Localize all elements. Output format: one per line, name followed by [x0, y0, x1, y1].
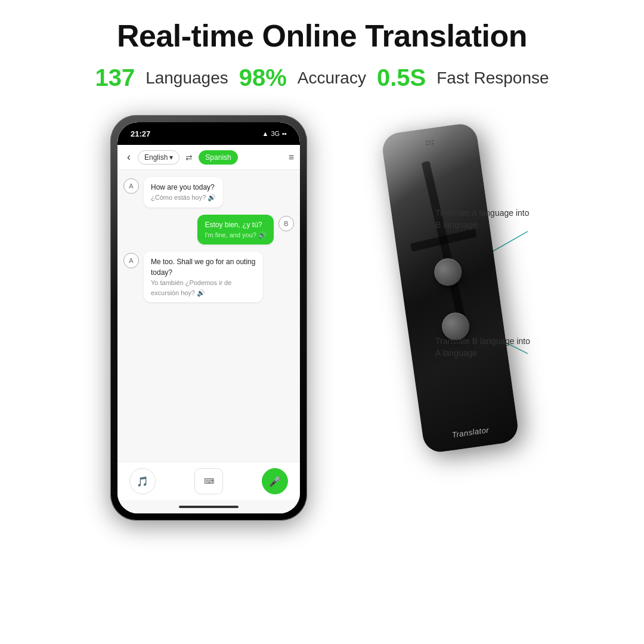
annotation-b-text: Translate B language into A language: [435, 336, 534, 359]
lang-a-button[interactable]: English ▾: [138, 150, 179, 165]
back-button[interactable]: ‹: [123, 150, 134, 165]
cross-horizontal: [410, 228, 477, 252]
chat-message-3: A Me too. Shall we go for an outing toda…: [123, 252, 294, 302]
avatar-a2: A: [123, 253, 139, 268]
device-label: Translator: [451, 425, 490, 439]
stat-response-number: 0.5S: [377, 64, 426, 91]
status-icons: ▲ 3G ▪▪: [262, 130, 287, 137]
phone-notch: [170, 122, 247, 139]
content-row: 21:27 ▲ 3G ▪▪ ‹ English ▾: [24, 115, 620, 632]
phone-wrapper: 21:27 ▲ 3G ▪▪ ‹ English ▾: [110, 115, 307, 521]
msg-2-translation: I'm fine, and you? 🔊: [205, 230, 267, 240]
annotation-a: Translate A language into B language: [435, 208, 534, 231]
mic-dot: [426, 144, 428, 145]
phone-status-bar: 21:27 ▲ 3G ▪▪: [117, 122, 300, 145]
mic-dot: [432, 143, 434, 144]
lang-a-label: English: [144, 153, 168, 162]
phone-inner: 21:27 ▲ 3G ▪▪ ‹ English ▾: [117, 122, 300, 513]
waveform-right-button[interactable]: 🎤: [262, 468, 288, 494]
mic-dot: [429, 140, 431, 142]
keyboard-icon: ⌨: [204, 477, 214, 485]
device-cross-reflection: [399, 156, 487, 324]
lang-b-label: Spanish: [205, 153, 231, 162]
msg-1-translation: ¿Cómo estás hoy? 🔊: [151, 193, 216, 203]
wifi-icon: ▲: [262, 130, 269, 137]
mic-dot: [429, 143, 431, 145]
bubble-3: Me too. Shall we go for an outing today?…: [144, 252, 263, 302]
page-title: Real-time Online Translation: [117, 18, 527, 54]
dropdown-icon: ▾: [169, 153, 173, 162]
battery-icon: ▪▪: [282, 130, 287, 137]
sound-icon-2: 🔊: [258, 231, 267, 239]
mic-dot: [426, 141, 428, 143]
chat-area: A How are you today? ¿Cómo estás hoy? 🔊 …: [117, 170, 300, 462]
stat-languages-label: Languages: [145, 69, 228, 88]
device-section: Translator Translate A language into B l…: [343, 115, 534, 449]
mic-dot: [432, 140, 434, 142]
stat-accuracy-number: 98%: [239, 64, 287, 91]
avatar-a: A: [123, 178, 139, 194]
sound-icon-3: 🔊: [197, 289, 205, 296]
signal-icon: 3G: [271, 130, 280, 137]
app-bar: ‹ English ▾ ⇄ Spanish ≡: [117, 145, 300, 170]
waveform-left-button[interactable]: 🎵: [129, 468, 156, 494]
waveform-left-icon: 🎵: [137, 476, 148, 487]
phone-bottom-bar: 🎵 ⌨ 🎤: [117, 462, 300, 500]
home-indicator: [117, 500, 300, 513]
stat-accuracy-label: Accuracy: [298, 69, 366, 88]
stats-row: 137 Languages 98% Accuracy 0.5S Fast Res…: [95, 64, 549, 91]
home-bar: [179, 506, 239, 508]
annotation-b: Translate B language into A language: [435, 336, 534, 359]
msg-2-text: Estoy bien, ¿y tú?: [205, 219, 267, 230]
stat-languages-number: 137: [95, 64, 135, 91]
device-mic: [426, 140, 434, 146]
msg-3-translation: Yo también ¿Podemos ir de excursión hoy?…: [151, 278, 256, 298]
keyboard-button[interactable]: ⌨: [194, 468, 223, 494]
status-time: 21:27: [131, 129, 150, 138]
page-container: Real-time Online Translation 137 Languag…: [0, 0, 644, 644]
lang-b-button[interactable]: Spanish: [199, 150, 237, 165]
chat-message-1: A How are you today? ¿Cómo estás hoy? 🔊: [123, 177, 294, 208]
swap-button[interactable]: ⇄: [183, 150, 195, 165]
bubble-2: Estoy bien, ¿y tú? I'm fine, and you? 🔊: [197, 215, 274, 245]
bubble-1: How are you today? ¿Cómo estás hoy? 🔊: [144, 177, 223, 208]
chat-message-2: B Estoy bien, ¿y tú? I'm fine, and you? …: [123, 215, 294, 245]
annotation-a-text: Translate A language into B language: [435, 208, 534, 231]
waveform-right-icon: 🎤: [269, 476, 281, 487]
sound-icon-1: 🔊: [208, 194, 216, 201]
avatar-b: B: [278, 216, 294, 231]
msg-1-text: How are you today?: [151, 182, 216, 193]
device-button-a[interactable]: [432, 256, 463, 287]
menu-button[interactable]: ≡: [289, 152, 294, 163]
msg-3-text: Me too. Shall we go for an outing today?: [151, 256, 256, 278]
phone-outer: 21:27 ▲ 3G ▪▪ ‹ English ▾: [110, 115, 307, 521]
stat-response-label: Fast Response: [436, 69, 549, 88]
cross-vertical: [422, 161, 466, 320]
translator-device: Translator: [380, 122, 520, 454]
